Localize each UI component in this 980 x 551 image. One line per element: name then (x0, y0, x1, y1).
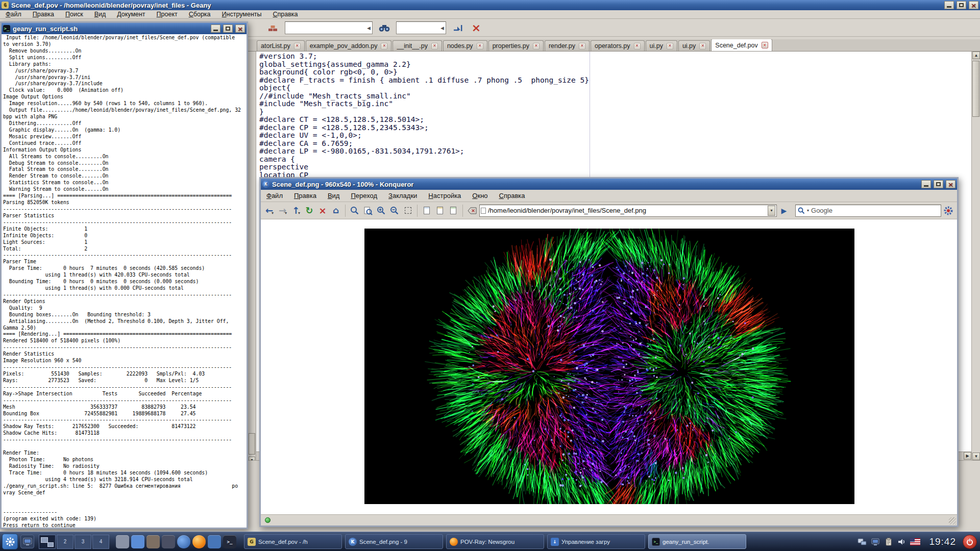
launcher-kate-editor[interactable] (131, 535, 144, 548)
minimize-button[interactable] (921, 180, 931, 188)
minimize-button[interactable] (211, 24, 220, 33)
build-icon[interactable] (266, 21, 280, 35)
tab-atorList.py[interactable]: atorList.py× (257, 40, 305, 51)
launcher-gimp[interactable] (146, 535, 160, 548)
location-input[interactable] (488, 207, 766, 214)
scroll-down-icon[interactable]: ▼ (972, 453, 980, 460)
tab-close-icon[interactable]: × (431, 43, 438, 49)
location-dropdown-icon[interactable]: ▾ (768, 206, 775, 216)
show-desktop-button[interactable] (20, 535, 34, 548)
keyboard-flag-us[interactable] (910, 537, 920, 546)
tab-close-icon[interactable]: × (381, 43, 387, 49)
select-tool-button[interactable] (402, 204, 414, 218)
konqueror-titlebar[interactable]: K Scene_def.png - 960x540 - 100% - Konqu… (261, 179, 957, 190)
zoom-in-button[interactable] (375, 204, 387, 218)
go-button[interactable]: ▶ (778, 204, 790, 218)
tab-operators.py[interactable]: operators.py× (591, 40, 644, 51)
desktop-2[interactable]: 2 (57, 535, 74, 549)
tab-properties.py[interactable]: properties.py× (488, 40, 544, 51)
web-search-input[interactable] (811, 207, 939, 214)
konqueror-menu-item[interactable]: Переход (345, 190, 383, 202)
back-button[interactable]: ←▾ (263, 204, 276, 218)
up-dropdown-icon[interactable]: ▾ (298, 211, 300, 218)
konqueror-menu-item[interactable]: Правка (288, 190, 322, 202)
tab-Scene_def.pov[interactable]: Scene_def.pov× (711, 39, 772, 51)
search-dropdown-icon[interactable]: ▾ (807, 208, 809, 213)
tab-close-icon[interactable]: × (533, 43, 540, 49)
konqueror-menu-item[interactable]: Файл (261, 190, 288, 202)
view-mode-detail-button[interactable] (447, 204, 459, 218)
display-icon[interactable] (870, 537, 880, 546)
clear-location-button[interactable] (466, 204, 478, 218)
tab-close-icon[interactable]: × (294, 43, 301, 49)
taskbar-button-firefox[interactable]: POV-Ray: Newsgrou (446, 534, 544, 549)
geany-menu-item[interactable]: Инструменты (216, 10, 267, 18)
zoom-fit-button[interactable] (349, 204, 361, 218)
tab-close-icon[interactable]: × (667, 43, 673, 49)
geany-titlebar[interactable]: G Scene_def.pov - /home/leonid/blender/p… (0, 0, 980, 10)
zoom-out-button[interactable] (388, 204, 401, 218)
geany-menu-item[interactable]: Справка (267, 10, 304, 18)
maximize-button[interactable] (934, 180, 943, 188)
konqueror-menu-item[interactable]: Справка (494, 190, 531, 202)
view-mode-icon-button[interactable] (421, 204, 433, 218)
geany-menu-item[interactable]: Вид (89, 10, 112, 18)
scroll-up-icon[interactable]: ▲ (972, 52, 980, 59)
tab-close-icon[interactable]: × (477, 43, 483, 49)
resize-grip[interactable] (949, 517, 956, 524)
forward-dropdown-icon[interactable]: ▾ (285, 211, 287, 218)
tab-close-icon[interactable]: × (579, 43, 585, 49)
back-dropdown-icon[interactable]: ▾ (272, 211, 274, 218)
launcher-krita[interactable] (162, 535, 175, 548)
maximize-button[interactable] (223, 24, 233, 33)
geany-menu-item[interactable]: Правка (27, 10, 60, 18)
konqueror-menu-item[interactable]: Закладки (383, 190, 423, 202)
launcher-konqueror-globe[interactable] (177, 535, 190, 548)
tab-close-icon[interactable]: × (634, 43, 641, 49)
launcher-firefox[interactable] (192, 535, 206, 548)
search-icon[interactable] (378, 21, 391, 35)
konqueror-menu-item[interactable]: Вид (322, 190, 346, 202)
volume-icon[interactable] (897, 537, 907, 546)
close-button[interactable]: × (969, 1, 978, 9)
tab-nodes.py[interactable]: nodes.py× (443, 40, 487, 51)
launcher-konsole[interactable]: >_ (223, 535, 236, 548)
geany-menu-item[interactable]: Сборка (183, 10, 216, 18)
geany-menu-item[interactable]: Документ (111, 10, 151, 18)
konqueror-menu-item[interactable]: Окно (467, 190, 493, 202)
editor-vertical-scrollbar[interactable]: ▲ ▼ (971, 52, 980, 460)
goto-line-input[interactable] (396, 21, 446, 34)
geany-menu-item[interactable]: Поиск (60, 10, 89, 18)
taskbar-button-kget[interactable]: Управление загру (547, 534, 645, 549)
search-input[interactable] (285, 21, 373, 34)
tab-close-icon[interactable]: × (762, 42, 768, 48)
scrollbar-thumb[interactable] (972, 61, 979, 117)
tab-__init__.py[interactable]: __init__.py× (393, 40, 442, 51)
close-button[interactable]: × (946, 180, 955, 188)
home-button[interactable]: ⌂ (330, 204, 342, 218)
power-button[interactable] (963, 535, 977, 549)
desktop-3[interactable]: 3 (75, 535, 91, 549)
view-mode-list-button[interactable] (434, 204, 446, 218)
reload-button[interactable]: ↻ (303, 204, 315, 218)
minimize-button[interactable] (944, 1, 954, 9)
taskbar-button-terminal[interactable]: geany_run_script. (648, 534, 746, 549)
desktop-1[interactable] (39, 535, 56, 549)
tab-ui.py[interactable]: ui.py× (646, 40, 677, 51)
quit-icon[interactable]: × (470, 21, 483, 35)
taskbar-button-konqueror[interactable]: Scene_def.png - 9 (345, 534, 443, 549)
geany-menu-item[interactable]: Проект (151, 10, 183, 18)
close-button[interactable]: × (235, 24, 245, 33)
up-button[interactable]: ↑▾ (290, 204, 302, 218)
scrollbar-thumb[interactable] (249, 433, 255, 455)
tab-example_pov_addon.py[interactable]: example_pov_addon.py× (306, 40, 392, 51)
tab-ui.py[interactable]: ui.py× (678, 40, 710, 51)
web-search-bar[interactable]: ▾ (795, 205, 941, 217)
konqueror-gear-icon[interactable] (942, 204, 954, 218)
tab-render.py[interactable]: render.py× (545, 40, 590, 51)
launcher-thunderbird[interactable] (208, 535, 221, 548)
scroll-right-icon[interactable]: ▶ (964, 452, 971, 460)
stop-button[interactable]: × (316, 204, 329, 218)
klipper-icon[interactable] (884, 537, 894, 546)
clock[interactable]: 19:42 (929, 536, 956, 547)
